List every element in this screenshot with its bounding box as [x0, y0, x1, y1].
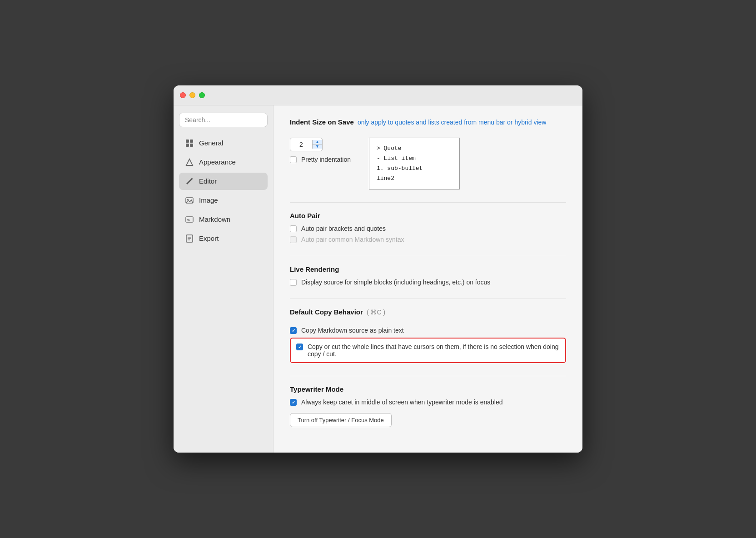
svg-point-5	[187, 199, 189, 200]
general-icon	[184, 138, 194, 148]
copy-markdown-row: Copy Markdown source as plain text	[290, 327, 566, 334]
live-rendering-checkbox[interactable]	[290, 279, 297, 286]
minimize-button[interactable]	[189, 92, 195, 98]
svg-text:M↓: M↓	[187, 219, 190, 222]
live-rendering-label: Display source for simple blocks (includ…	[301, 279, 490, 286]
auto-pair-section: Auto Pair Auto pair brackets and quotes …	[290, 212, 566, 243]
svg-rect-1	[190, 139, 193, 143]
preview-line4: line2	[377, 174, 452, 184]
auto-pair-markdown-row: Auto pair common Markdown syntax	[290, 236, 566, 243]
search-input[interactable]	[179, 113, 268, 127]
copy-markdown-label: Copy Markdown source as plain text	[301, 327, 404, 334]
indent-preview: > Quote - List item 1. sub-bullet line2	[369, 138, 460, 189]
sidebar-label-appearance: Appearance	[199, 158, 236, 166]
live-rendering-row: Display source for simple blocks (includ…	[290, 279, 566, 286]
window-content: General Appearance Editor	[174, 105, 582, 453]
auto-pair-title: Auto Pair	[290, 212, 566, 219]
typewriter-caret-label: Always keep caret in middle of screen wh…	[301, 399, 503, 406]
maximize-button[interactable]	[199, 92, 205, 98]
live-rendering-title: Live Rendering	[290, 265, 566, 273]
indent-spinner[interactable]: 2 ▲ ▼	[290, 138, 323, 151]
preview-line2: - List item	[377, 154, 452, 164]
sidebar-label-editor: Editor	[199, 177, 217, 185]
divider-1	[290, 202, 566, 203]
sidebar-label-general: General	[199, 139, 223, 147]
typewriter-title: Typewriter Mode	[290, 385, 566, 393]
auto-pair-brackets-checkbox[interactable]	[290, 225, 297, 232]
titlebar	[174, 85, 582, 105]
markdown-icon: M↓	[184, 214, 194, 224]
preferences-window: General Appearance Editor	[174, 85, 582, 453]
copy-whole-lines-label: Copy or cut the whole lines that have cu…	[308, 343, 560, 358]
default-copy-title: Default Copy Behavior	[290, 308, 363, 316]
sidebar-label-image: Image	[199, 196, 218, 204]
auto-pair-brackets-row: Auto pair brackets and quotes	[290, 225, 566, 232]
divider-4	[290, 376, 566, 376]
spinner-value: 2	[290, 141, 312, 148]
sidebar-item-editor[interactable]: Editor	[179, 173, 268, 190]
divider-2	[290, 256, 566, 256]
indent-row: 2 ▲ ▼ Pretty indentation > Quote	[290, 138, 566, 189]
main-content: Indent Size on Save only apply to quotes…	[274, 105, 582, 453]
pretty-indent-row: Pretty indentation	[290, 156, 351, 163]
indent-section-subtitle: only apply to quotes and lists created f…	[358, 119, 547, 126]
svg-rect-3	[190, 144, 193, 147]
auto-pair-markdown-label: Auto pair common Markdown syntax	[301, 236, 404, 243]
spinner-down-button[interactable]: ▼	[313, 144, 322, 149]
spinner-group: 2 ▲ ▼ Pretty indentation	[290, 138, 351, 167]
sidebar-item-general[interactable]: General	[179, 134, 268, 152]
sidebar-item-markdown[interactable]: M↓ Markdown	[179, 211, 268, 228]
typewriter-section: Typewriter Mode Always keep caret in mid…	[290, 385, 566, 427]
traffic-lights	[180, 92, 205, 98]
export-icon	[184, 234, 194, 244]
preview-line1: > Quote	[377, 144, 452, 154]
appearance-icon	[184, 157, 194, 167]
pretty-indent-checkbox[interactable]	[290, 156, 297, 163]
turn-off-typewriter-button[interactable]: Turn off Typewriter / Focus Mode	[290, 413, 392, 427]
sidebar-item-appearance[interactable]: Appearance	[179, 154, 268, 171]
copy-whole-lines-row: Copy or cut the whole lines that have cu…	[296, 343, 560, 358]
copy-whole-lines-checkbox[interactable]	[296, 344, 303, 350]
svg-rect-0	[186, 139, 189, 143]
sidebar: General Appearance Editor	[174, 105, 274, 453]
sidebar-item-image[interactable]: Image	[179, 192, 268, 209]
spinner-buttons: ▲ ▼	[312, 140, 322, 149]
copy-shortcut: ( ⌘C )	[367, 309, 385, 316]
indent-section-title: Indent Size on Save	[290, 118, 354, 126]
editor-icon	[184, 176, 194, 186]
copy-whole-lines-highlighted: Copy or cut the whole lines that have cu…	[290, 338, 566, 363]
svg-rect-2	[186, 144, 189, 147]
indent-section: Indent Size on Save only apply to quotes…	[290, 118, 566, 189]
sidebar-label-markdown: Markdown	[199, 215, 230, 223]
image-icon	[184, 195, 194, 205]
close-button[interactable]	[180, 92, 186, 98]
typewriter-caret-checkbox[interactable]	[290, 399, 297, 406]
divider-3	[290, 299, 566, 299]
typewriter-caret-row: Always keep caret in middle of screen wh…	[290, 399, 566, 406]
sidebar-label-export: Export	[199, 234, 219, 242]
sidebar-item-export[interactable]: Export	[179, 230, 268, 247]
preview-line3: 1. sub-bullet	[377, 164, 452, 174]
default-copy-section: Default Copy Behavior ( ⌘C ) Copy Markdo…	[290, 308, 566, 363]
turn-off-typewriter-label: Turn off Typewriter / Focus Mode	[298, 417, 384, 423]
copy-markdown-checkbox[interactable]	[290, 327, 297, 334]
live-rendering-section: Live Rendering Display source for simple…	[290, 265, 566, 286]
auto-pair-brackets-label: Auto pair brackets and quotes	[301, 225, 386, 232]
pretty-indent-label: Pretty indentation	[301, 156, 351, 163]
auto-pair-markdown-checkbox[interactable]	[290, 236, 297, 243]
